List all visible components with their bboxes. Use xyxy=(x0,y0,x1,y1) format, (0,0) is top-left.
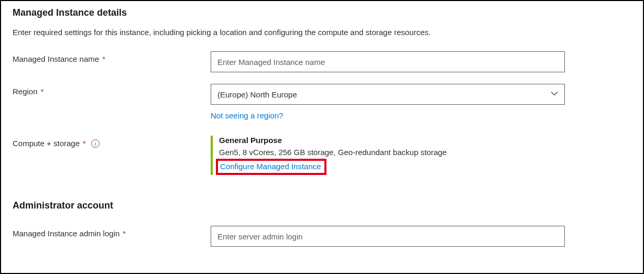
admin-login-input[interactable] xyxy=(211,226,565,247)
region-help-block: Not seeing a region? xyxy=(211,111,631,120)
admin-login-control xyxy=(211,226,565,247)
compute-spec: Gen5, 8 vCores, 256 GB storage, Geo-redu… xyxy=(219,148,565,157)
compute-label: Compute + storage * i xyxy=(13,136,211,148)
region-label: Region * xyxy=(13,84,211,96)
region-select[interactable]: (Europe) North Europe xyxy=(211,84,565,105)
form-panel: Managed Instance details Enter required … xyxy=(0,0,644,274)
compute-label-text: Compute + storage xyxy=(13,139,80,148)
region-select-value: (Europe) North Europe xyxy=(217,90,297,99)
instance-name-input[interactable] xyxy=(211,51,565,72)
instance-name-row: Managed Instance name * xyxy=(13,51,631,72)
compute-control: General Purpose Gen5, 8 vCores, 256 GB s… xyxy=(211,136,565,175)
required-star: * xyxy=(83,139,86,148)
instance-details-title: Managed Instance details xyxy=(13,7,631,18)
compute-tier: General Purpose xyxy=(219,136,565,145)
region-help-link[interactable]: Not seeing a region? xyxy=(211,111,283,120)
required-star: * xyxy=(123,229,126,238)
instance-name-label: Managed Instance name * xyxy=(13,51,211,63)
configure-instance-link[interactable]: Configure Managed Instance xyxy=(220,162,321,171)
region-row: Region * (Europe) North Europe xyxy=(13,84,631,105)
admin-login-label-text: Managed Instance admin login xyxy=(13,229,119,238)
info-icon[interactable]: i xyxy=(91,139,100,148)
configure-highlight: Configure Managed Instance xyxy=(216,159,326,175)
required-star: * xyxy=(41,87,44,96)
region-select-wrap: (Europe) North Europe xyxy=(211,84,565,105)
instance-name-control xyxy=(211,51,565,72)
admin-login-row: Managed Instance admin login * xyxy=(13,226,631,247)
admin-account-title: Administrator account xyxy=(13,200,631,211)
required-star: * xyxy=(102,54,105,63)
admin-login-label: Managed Instance admin login * xyxy=(13,226,211,238)
instance-name-label-text: Managed Instance name xyxy=(13,54,99,63)
compute-info-box: General Purpose Gen5, 8 vCores, 256 GB s… xyxy=(211,136,565,175)
region-control: (Europe) North Europe xyxy=(211,84,565,105)
compute-row: Compute + storage * i General Purpose Ge… xyxy=(13,136,631,175)
region-label-text: Region xyxy=(13,87,38,96)
instance-details-description: Enter required settings for this instanc… xyxy=(13,28,631,37)
